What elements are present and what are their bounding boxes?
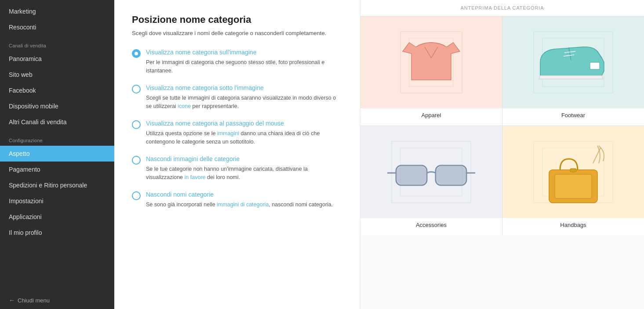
radio-on-image[interactable] (132, 49, 141, 58)
page-subtitle: Scegli dove visualizzare i nomi delle ca… (132, 29, 342, 38)
sidebar-item-label: Resoconti (9, 24, 36, 31)
option-hide-images: Nascondi immagini delle categorie Se le … (132, 155, 342, 182)
category-card-apparel: Apparel (360, 16, 502, 126)
category-image-handbags (502, 126, 644, 218)
option-below-image-label[interactable]: Visualizza nome categoria sotto l'immagi… (146, 84, 342, 93)
sidebar-item-resoconti[interactable]: Resoconti (0, 19, 114, 35)
sidebar-item-label: Facebook (9, 87, 36, 94)
accessories-illustration (383, 133, 480, 212)
handbags-illustration (525, 133, 622, 212)
sidebar-section-config: Configurazione (0, 130, 114, 146)
sidebar-item-applicazioni[interactable]: Applicazioni (0, 209, 114, 225)
sidebar-item-panoramica[interactable]: Panoramica (0, 51, 114, 67)
radio-hide-images[interactable] (132, 156, 141, 165)
sidebar-item-label: Marketing (9, 8, 36, 15)
sidebar-item-altri-canali[interactable]: Altri Canali di vendita (0, 114, 114, 130)
option-on-hover-label[interactable]: Visualizza nome categoria al passaggio d… (146, 119, 342, 128)
preview-panel: ANTEPRIMA DELLA CATEGORIA (360, 0, 644, 309)
option-on-hover: Visualizza nome categoria al passaggio d… (132, 119, 342, 146)
category-image-footwear (502, 16, 644, 108)
sidebar-item-label: Il mio profilo (9, 229, 42, 236)
sidebar-item-label: Spedizioni e Ritiro personale (9, 182, 87, 189)
svg-rect-10 (397, 166, 426, 184)
option-on-image: Visualizza nome categoria sull'immagine … (132, 48, 342, 75)
close-menu-label: Chiudi menu (18, 297, 50, 304)
option-below-image-desc: Scegli se tutte le immagini di categoria… (146, 94, 342, 111)
option-on-hover-desc: Utilizza questa opzione se le immagini d… (146, 129, 342, 146)
sidebar-section-vendita: Canali di vendita (0, 35, 114, 51)
sidebar-item-label: Pagamento (9, 166, 40, 173)
radio-on-hover[interactable] (132, 120, 141, 129)
sidebar-item-profilo[interactable]: Il mio profilo (0, 225, 114, 241)
sidebar-item-label: Impostazioni (9, 198, 44, 205)
option-hide-images-desc: Se le tue categorie non hanno un'immagin… (146, 165, 342, 182)
preview-header: ANTEPRIMA DELLA CATEGORIA (360, 0, 644, 16)
sidebar-item-spedizioni[interactable]: Spedizioni e Ritiro personale (0, 177, 114, 193)
footwear-illustration (525, 23, 622, 102)
svg-rect-12 (437, 166, 466, 184)
option-below-image: Visualizza nome categoria sotto l'immagi… (132, 84, 342, 111)
category-grid: Apparel (360, 16, 644, 235)
sidebar-item-label: Altri Canali di vendita (9, 119, 67, 126)
sidebar-item-sito-web[interactable]: Sito web (0, 67, 114, 83)
close-menu-button[interactable]: ← Chiudi menu (0, 291, 114, 309)
radio-hide-names[interactable] (132, 191, 141, 200)
option-hide-names-label[interactable]: Nascondi nomi categorie (146, 190, 342, 199)
option-on-image-desc: Per le immagini di categoria che seguono… (146, 58, 342, 75)
sidebar-item-marketing[interactable]: Marketing (0, 4, 114, 19)
sidebar-item-label: Sito web (9, 71, 33, 78)
option-hide-names-desc: Se sono già incorporati nelle immagini d… (146, 201, 342, 209)
category-label-footwear: Footwear (561, 112, 585, 119)
sidebar-item-impostazioni[interactable]: Impostazioni (0, 193, 114, 209)
category-image-accessories (360, 126, 502, 218)
sidebar-item-pagamento[interactable]: Pagamento (0, 162, 114, 177)
apparel-illustration (387, 23, 475, 102)
option-hide-names: Nascondi nomi categorie Se sono già inco… (132, 190, 342, 209)
sidebar-item-aspetto[interactable]: Aspetto (0, 146, 114, 162)
category-label-accessories: Accessories (416, 222, 447, 228)
page-title: Posizione nome categoria (132, 14, 342, 25)
sidebar-item-label: Dispositivo mobile (9, 103, 58, 110)
sidebar: Marketing Resoconti Canali di vendita Pa… (0, 0, 114, 309)
options-panel: Posizione nome categoria Scegli dove vis… (114, 0, 360, 309)
category-card-handbags: Handbags (502, 126, 644, 235)
svg-rect-6 (590, 62, 600, 69)
svg-rect-19 (570, 169, 576, 172)
option-group: Visualizza nome categoria sull'immagine … (132, 48, 342, 209)
sidebar-item-label: Applicazioni (9, 213, 42, 220)
option-hide-images-label[interactable]: Nascondi immagini delle categorie (146, 155, 342, 164)
radio-below-image[interactable] (132, 85, 141, 93)
category-image-apparel (360, 16, 502, 108)
sidebar-item-facebook[interactable]: Facebook (0, 83, 114, 98)
category-card-accessories: Accessories (360, 126, 502, 235)
option-on-image-label[interactable]: Visualizza nome categoria sull'immagine (146, 48, 342, 57)
category-label-handbags: Handbags (560, 222, 586, 228)
sidebar-item-label: Aspetto (9, 150, 29, 157)
arrow-left-icon: ← (9, 297, 15, 304)
category-card-footwear: Footwear (502, 16, 644, 126)
svg-rect-18 (555, 174, 592, 198)
sidebar-item-dispositivo-mobile[interactable]: Dispositivo mobile (0, 98, 114, 114)
main-content: Posizione nome categoria Scegli dove vis… (114, 0, 644, 309)
category-label-apparel: Apparel (422, 112, 441, 119)
sidebar-item-label: Panoramica (9, 55, 42, 62)
